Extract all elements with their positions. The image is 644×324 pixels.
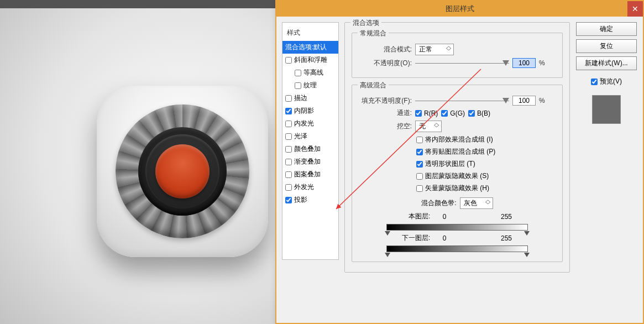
blend-if-select[interactable]: 灰色	[460, 197, 493, 209]
style-drop-shadow[interactable]: 投影	[282, 194, 338, 206]
style-gradient-overlay-check[interactable]	[285, 159, 292, 165]
dialog-close-button[interactable]: ✕	[627, 1, 643, 17]
under-layer-label: 下一图层:	[397, 233, 430, 243]
style-drop-shadow-check[interactable]	[285, 197, 292, 203]
style-color-overlay[interactable]: 颜色叠加	[282, 143, 338, 155]
legend-advanced: 高级混合	[358, 81, 389, 90]
styles-panel: 样式 混合选项:默认 斜面和浮雕 等高线 纹理 描边 内阴影 内发光 光泽 颜色…	[282, 22, 339, 260]
new-style-button[interactable]: 新建样式(W)...	[576, 56, 637, 70]
channel-r[interactable]: R(R)	[415, 109, 438, 117]
under-layer-gradient[interactable]	[386, 245, 528, 252]
preview-swatch	[592, 95, 621, 124]
group-advanced-blend: 高级混合 填充不透明度(F): 100 % 通道: R(R) G(G) B(B)	[352, 85, 563, 262]
blend-mode-label: 混合模式:	[359, 45, 412, 54]
fill-opacity-label: 填充不透明度(F):	[359, 96, 412, 106]
channel-b[interactable]: B(B)	[468, 109, 490, 117]
record-icon-metal-ring	[116, 104, 249, 238]
opt-layer-mask[interactable]: 图层蒙版隐藏效果 (S)	[416, 171, 489, 181]
style-texture-check[interactable]	[295, 82, 301, 89]
record-icon-red-button	[155, 144, 210, 198]
opt-clipped[interactable]: 将剪贴图层混合成组 (P)	[416, 147, 495, 156]
style-bevel[interactable]: 斜面和浮雕	[282, 54, 338, 66]
preview-checkbox[interactable]: 预览(V)	[591, 77, 622, 86]
channels-label: 通道:	[359, 108, 412, 118]
dialog-title-bar[interactable]: 图层样式 ✕	[276, 1, 643, 17]
opt-vector-mask[interactable]: 矢量蒙版隐藏效果 (H)	[416, 184, 489, 193]
opt-interior[interactable]: 将内部效果混合成组 (I)	[416, 135, 493, 144]
record-icon-inner-ring	[145, 134, 219, 208]
dialog-buttons: 确定 复位 新建样式(W)... 预览(V)	[575, 22, 637, 317]
knockout-select[interactable]: 无	[415, 121, 442, 132]
record-icon-base	[97, 86, 268, 257]
legend-general: 常规混合	[358, 29, 389, 38]
group-blend-options: 混合选项 常规混合 混合模式: 正常 不透明度(O): 100 %	[344, 22, 570, 273]
style-color-overlay-check[interactable]	[285, 146, 292, 153]
knockout-label: 挖空:	[359, 122, 412, 131]
blend-mode-select[interactable]: 正常	[415, 44, 454, 55]
style-contour[interactable]: 等高线	[282, 66, 338, 79]
blend-options-area: 混合选项 常规混合 混合模式: 正常 不透明度(O): 100 %	[344, 22, 570, 317]
style-pattern-overlay-check[interactable]	[285, 171, 292, 178]
record-icon-dark-ring	[138, 127, 227, 216]
style-stroke[interactable]: 描边	[282, 92, 338, 104]
range-low-2: 0	[433, 234, 455, 242]
range-high-2: 255	[495, 234, 517, 242]
style-texture[interactable]: 纹理	[282, 79, 338, 92]
style-satin-check[interactable]	[285, 133, 292, 140]
opacity-value[interactable]: 100	[512, 58, 536, 68]
opacity-label: 不透明度(O):	[359, 59, 412, 68]
this-layer-label: 本图层:	[397, 212, 430, 221]
style-inner-glow-check[interactable]	[285, 121, 292, 127]
opt-transparency[interactable]: 透明形状图层 (T)	[416, 159, 475, 169]
style-stroke-check[interactable]	[285, 95, 292, 102]
style-blend-default[interactable]: 混合选项:默认	[282, 41, 338, 54]
ok-button[interactable]: 确定	[576, 22, 637, 36]
style-inner-shadow-check[interactable]	[285, 108, 292, 114]
fill-opacity-value[interactable]: 100	[512, 96, 536, 106]
percent-sign: %	[539, 59, 545, 67]
blend-if-label: 混合颜色带:	[421, 198, 456, 208]
style-outer-glow[interactable]: 外发光	[282, 181, 338, 194]
fill-opacity-slider[interactable]	[415, 97, 509, 104]
legend-blend-options: 混合选项	[350, 18, 381, 28]
this-layer-gradient[interactable]	[386, 224, 528, 231]
opacity-slider[interactable]	[415, 59, 509, 67]
style-gradient-overlay[interactable]: 渐变叠加	[282, 155, 338, 168]
style-contour-check[interactable]	[295, 70, 301, 76]
layer-style-dialog: 图层样式 ✕ 样式 混合选项:默认 斜面和浮雕 等高线 纹理 描边 内阴影 内发…	[275, 0, 644, 324]
cancel-button[interactable]: 复位	[576, 39, 637, 53]
style-bevel-check[interactable]	[285, 57, 292, 64]
style-pattern-overlay[interactable]: 图案叠加	[282, 168, 338, 181]
range-low: 0	[433, 213, 455, 221]
style-inner-shadow[interactable]: 内阴影	[282, 104, 338, 117]
style-outer-glow-check[interactable]	[285, 184, 292, 191]
styles-header: 样式	[282, 26, 338, 41]
group-general-blend: 常规混合 混合模式: 正常 不透明度(O): 100 %	[352, 33, 563, 78]
percent-sign: %	[539, 97, 545, 104]
style-inner-glow[interactable]: 内发光	[282, 117, 338, 130]
range-high: 255	[495, 213, 517, 221]
dialog-title: 图层样式	[446, 4, 474, 14]
channel-g[interactable]: G(G)	[441, 109, 465, 117]
style-satin[interactable]: 光泽	[282, 130, 338, 143]
